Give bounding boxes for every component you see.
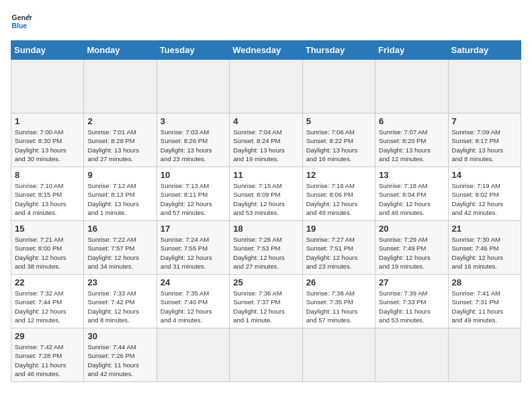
week-row-5: 29Sunrise: 7:42 AM Sunset: 7:28 PM Dayli… xyxy=(11,328,521,382)
day-number: 14 xyxy=(452,170,517,180)
calendar-cell: 1Sunrise: 7:00 AM Sunset: 8:30 PM Daylig… xyxy=(11,113,84,167)
day-info: Sunrise: 7:12 AM Sunset: 8:13 PM Dayligh… xyxy=(87,181,152,217)
day-number: 28 xyxy=(452,277,517,287)
col-header-monday: Monday xyxy=(84,41,157,60)
calendar-cell: 17Sunrise: 7:24 AM Sunset: 7:55 PM Dayli… xyxy=(157,221,229,275)
day-info: Sunrise: 7:04 AM Sunset: 8:24 PM Dayligh… xyxy=(233,128,298,163)
calendar-cell: 26Sunrise: 7:38 AM Sunset: 7:35 PM Dayli… xyxy=(302,275,375,328)
day-info: Sunrise: 7:44 AM Sunset: 7:26 PM Dayligh… xyxy=(87,342,152,378)
day-number: 18 xyxy=(233,224,298,234)
calendar-cell: 28Sunrise: 7:41 AM Sunset: 7:31 PM Dayli… xyxy=(448,275,521,328)
week-row-3: 15Sunrise: 7:21 AM Sunset: 8:00 PM Dayli… xyxy=(11,221,521,275)
calendar-cell: 8Sunrise: 7:10 AM Sunset: 8:15 PM Daylig… xyxy=(11,167,84,221)
day-info: Sunrise: 7:09 AM Sunset: 8:17 PM Dayligh… xyxy=(452,128,517,163)
col-header-thursday: Thursday xyxy=(302,41,375,60)
day-info: Sunrise: 7:03 AM Sunset: 8:26 PM Dayligh… xyxy=(161,128,226,163)
calendar-cell xyxy=(11,60,84,113)
day-info: Sunrise: 7:38 AM Sunset: 7:35 PM Dayligh… xyxy=(306,289,371,324)
calendar-cell: 5Sunrise: 7:06 AM Sunset: 8:22 PM Daylig… xyxy=(302,113,375,167)
calendar-table: SundayMondayTuesdayWednesdayThursdayFrid… xyxy=(11,40,521,382)
calendar-cell: 12Sunrise: 7:16 AM Sunset: 8:06 PM Dayli… xyxy=(302,167,375,221)
day-number: 27 xyxy=(379,277,444,287)
calendar-cell: 30Sunrise: 7:44 AM Sunset: 7:26 PM Dayli… xyxy=(84,328,157,382)
day-number: 5 xyxy=(306,116,371,126)
week-row-0 xyxy=(11,60,521,113)
svg-text:Blue: Blue xyxy=(12,22,28,30)
calendar-cell: 20Sunrise: 7:29 AM Sunset: 7:49 PM Dayli… xyxy=(375,221,448,275)
calendar-cell: 7Sunrise: 7:09 AM Sunset: 8:17 PM Daylig… xyxy=(448,113,521,167)
day-info: Sunrise: 7:16 AM Sunset: 8:06 PM Dayligh… xyxy=(306,181,371,217)
day-info: Sunrise: 7:18 AM Sunset: 8:04 PM Dayligh… xyxy=(379,181,444,217)
day-info: Sunrise: 7:10 AM Sunset: 8:15 PM Dayligh… xyxy=(15,181,80,217)
day-info: Sunrise: 7:26 AM Sunset: 7:53 PM Dayligh… xyxy=(233,235,298,271)
calendar-cell: 16Sunrise: 7:22 AM Sunset: 7:57 PM Dayli… xyxy=(84,221,157,275)
calendar-cell: 6Sunrise: 7:07 AM Sunset: 8:20 PM Daylig… xyxy=(375,113,448,167)
logo-icon: General Blue xyxy=(11,11,32,32)
day-number: 7 xyxy=(452,116,517,126)
calendar-cell: 18Sunrise: 7:26 AM Sunset: 7:53 PM Dayli… xyxy=(230,221,302,275)
day-info: Sunrise: 7:15 AM Sunset: 8:09 PM Dayligh… xyxy=(233,181,298,217)
calendar-cell: 23Sunrise: 7:33 AM Sunset: 7:42 PM Dayli… xyxy=(84,275,157,328)
col-header-tuesday: Tuesday xyxy=(157,41,229,60)
calendar-cell xyxy=(84,60,157,113)
day-info: Sunrise: 7:42 AM Sunset: 7:28 PM Dayligh… xyxy=(15,342,80,378)
page-header: General Blue xyxy=(11,11,521,32)
calendar-cell: 9Sunrise: 7:12 AM Sunset: 8:13 PM Daylig… xyxy=(84,167,157,221)
col-header-friday: Friday xyxy=(375,41,448,60)
calendar-cell xyxy=(302,60,375,113)
calendar-cell: 15Sunrise: 7:21 AM Sunset: 8:00 PM Dayli… xyxy=(11,221,84,275)
week-row-4: 22Sunrise: 7:32 AM Sunset: 7:44 PM Dayli… xyxy=(11,275,521,328)
day-info: Sunrise: 7:24 AM Sunset: 7:55 PM Dayligh… xyxy=(161,235,226,271)
day-number: 23 xyxy=(87,277,152,287)
calendar-header-row: SundayMondayTuesdayWednesdayThursdayFrid… xyxy=(11,41,521,60)
day-number: 25 xyxy=(233,277,298,287)
day-info: Sunrise: 7:30 AM Sunset: 7:46 PM Dayligh… xyxy=(452,235,517,271)
day-info: Sunrise: 7:00 AM Sunset: 8:30 PM Dayligh… xyxy=(15,128,80,163)
day-number: 20 xyxy=(379,224,444,234)
day-number: 22 xyxy=(15,277,80,287)
calendar-cell: 25Sunrise: 7:36 AM Sunset: 7:37 PM Dayli… xyxy=(230,275,302,328)
day-number: 2 xyxy=(87,116,152,126)
day-number: 17 xyxy=(161,224,226,234)
day-number: 6 xyxy=(379,116,444,126)
calendar-cell xyxy=(230,328,302,382)
day-number: 16 xyxy=(87,224,152,234)
calendar-cell xyxy=(375,60,448,113)
calendar-cell: 24Sunrise: 7:35 AM Sunset: 7:40 PM Dayli… xyxy=(157,275,229,328)
day-number: 29 xyxy=(15,331,80,341)
day-number: 10 xyxy=(161,170,226,180)
day-info: Sunrise: 7:35 AM Sunset: 7:40 PM Dayligh… xyxy=(161,289,226,324)
day-info: Sunrise: 7:21 AM Sunset: 8:00 PM Dayligh… xyxy=(15,235,80,271)
day-info: Sunrise: 7:41 AM Sunset: 7:31 PM Dayligh… xyxy=(452,289,517,324)
calendar-cell xyxy=(375,328,448,382)
calendar-cell xyxy=(448,60,521,113)
day-number: 4 xyxy=(233,116,298,126)
week-row-2: 8Sunrise: 7:10 AM Sunset: 8:15 PM Daylig… xyxy=(11,167,521,221)
day-number: 1 xyxy=(15,116,80,126)
col-header-saturday: Saturday xyxy=(448,41,521,60)
calendar-cell: 4Sunrise: 7:04 AM Sunset: 8:24 PM Daylig… xyxy=(230,113,302,167)
day-number: 13 xyxy=(379,170,444,180)
calendar-cell: 13Sunrise: 7:18 AM Sunset: 8:04 PM Dayli… xyxy=(375,167,448,221)
col-header-wednesday: Wednesday xyxy=(230,41,302,60)
day-info: Sunrise: 7:06 AM Sunset: 8:22 PM Dayligh… xyxy=(306,128,371,163)
col-header-sunday: Sunday xyxy=(11,41,84,60)
calendar-cell: 3Sunrise: 7:03 AM Sunset: 8:26 PM Daylig… xyxy=(157,113,229,167)
day-number: 8 xyxy=(15,170,80,180)
day-number: 26 xyxy=(306,277,371,287)
day-number: 9 xyxy=(87,170,152,180)
day-info: Sunrise: 7:01 AM Sunset: 8:28 PM Dayligh… xyxy=(87,128,152,163)
calendar-cell: 11Sunrise: 7:15 AM Sunset: 8:09 PM Dayli… xyxy=(230,167,302,221)
calendar-cell xyxy=(302,328,375,382)
day-info: Sunrise: 7:29 AM Sunset: 7:49 PM Dayligh… xyxy=(379,235,444,271)
day-info: Sunrise: 7:13 AM Sunset: 8:11 PM Dayligh… xyxy=(161,181,226,217)
day-number: 11 xyxy=(233,170,298,180)
calendar-cell: 19Sunrise: 7:27 AM Sunset: 7:51 PM Dayli… xyxy=(302,221,375,275)
calendar-cell xyxy=(230,60,302,113)
calendar-cell xyxy=(157,60,229,113)
day-info: Sunrise: 7:36 AM Sunset: 7:37 PM Dayligh… xyxy=(233,289,298,324)
calendar-cell: 2Sunrise: 7:01 AM Sunset: 8:28 PM Daylig… xyxy=(84,113,157,167)
calendar-cell: 14Sunrise: 7:19 AM Sunset: 8:02 PM Dayli… xyxy=(448,167,521,221)
week-row-1: 1Sunrise: 7:00 AM Sunset: 8:30 PM Daylig… xyxy=(11,113,521,167)
calendar-cell: 10Sunrise: 7:13 AM Sunset: 8:11 PM Dayli… xyxy=(157,167,229,221)
